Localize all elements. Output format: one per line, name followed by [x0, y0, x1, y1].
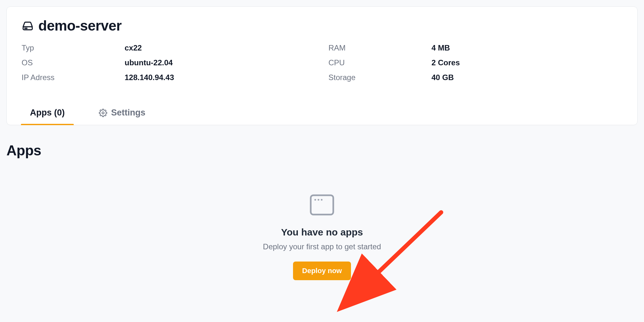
server-specs-right: RAM 4 MB CPU 2 Cores Storage 40 GB [328, 43, 622, 82]
server-specs-left: Typ cx22 OS ubuntu-22.04 IP Adress 128.1… [22, 43, 316, 82]
spec-value: 2 Cores [431, 58, 622, 67]
hard-drive-icon [22, 20, 34, 32]
spec-value: 128.140.94.43 [125, 73, 316, 82]
svg-point-7 [321, 199, 322, 200]
spec-value: ubuntu-22.04 [125, 58, 316, 67]
server-card: demo-server Typ cx22 OS ubuntu-22.04 IP … [6, 6, 638, 125]
empty-state-title: You have no apps [281, 227, 363, 238]
spec-label: CPU [328, 58, 431, 67]
tab-apps[interactable]: Apps (0) [21, 108, 74, 125]
app-window-icon [309, 194, 335, 216]
empty-state-subtitle: Deploy your first app to get started [263, 242, 381, 251]
spec-value: 40 GB [431, 73, 622, 82]
tab-settings[interactable]: Settings [90, 108, 155, 125]
server-title-row: demo-server [16, 18, 628, 34]
svg-point-1 [25, 28, 25, 29]
tab-apps-label: Apps (0) [30, 108, 65, 118]
spec-label: RAM [328, 43, 431, 52]
spec-label: IP Adress [22, 73, 125, 82]
spec-value: 4 MB [431, 43, 622, 52]
spec-label: OS [22, 58, 125, 67]
server-name: demo-server [38, 18, 122, 34]
svg-point-6 [317, 199, 319, 200]
svg-point-5 [314, 199, 316, 200]
server-specs: Typ cx22 OS ubuntu-22.04 IP Adress 128.1… [16, 43, 628, 82]
svg-rect-4 [311, 195, 333, 215]
spec-value: cx22 [125, 43, 316, 52]
tab-settings-label: Settings [111, 108, 146, 118]
empty-state: You have no apps Deploy your first app t… [6, 194, 638, 280]
svg-point-3 [102, 112, 104, 114]
spec-label: Typ [22, 43, 125, 52]
gear-icon [99, 109, 107, 117]
section-heading-apps: Apps [6, 143, 638, 159]
svg-point-2 [26, 28, 27, 29]
deploy-now-button[interactable]: Deploy now [293, 262, 351, 280]
spec-label: Storage [328, 73, 431, 82]
tabs: Apps (0) Settings [16, 108, 628, 125]
